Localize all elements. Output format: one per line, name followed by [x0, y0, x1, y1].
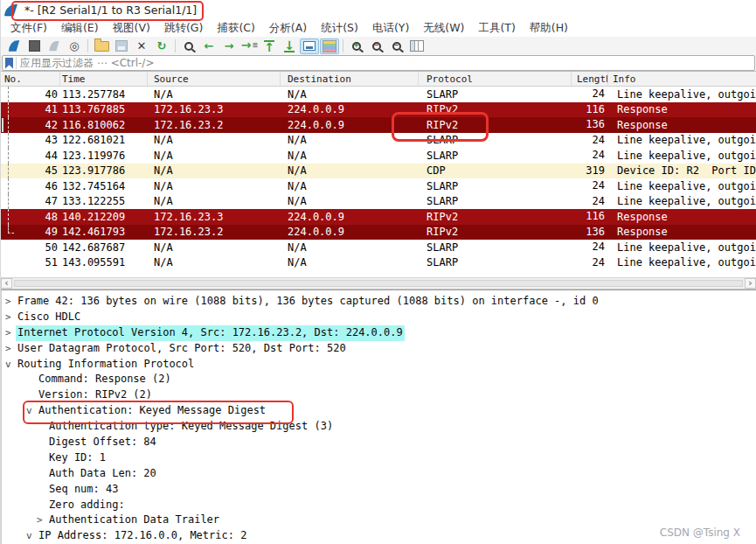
menu-item-10[interactable]: 帮助(H) [523, 19, 575, 38]
cell-protocol: SLARP [419, 241, 572, 254]
capture-options-icon[interactable]: ◎ [65, 38, 84, 54]
packet-row-50[interactable]: 50142.687687N/AN/ASLARP24Line keepalive,… [1, 240, 756, 255]
column-header-length[interactable]: Length [572, 72, 608, 86]
packet-row-49[interactable]: 49142.461793172.16.23.2224.0.0.9RIPv2136… [1, 225, 756, 241]
menu-item-6[interactable]: 统计(S) [314, 19, 365, 38]
menu-item-4[interactable]: 捕获(C) [210, 19, 261, 38]
menu-item-8[interactable]: 无线(W) [416, 19, 471, 38]
go-forward-icon[interactable]: → [219, 38, 239, 54]
detail-line-13[interactable]: Zero adding: [2, 498, 756, 513]
column-header-source[interactable]: Source [148, 72, 281, 86]
column-header-info[interactable]: Info [608, 72, 756, 86]
reload-capture-file-icon[interactable]: ↻ [152, 38, 171, 54]
go-to-packet-icon[interactable]: → [239, 38, 259, 54]
collapse-icon[interactable]: v [26, 403, 37, 419]
cell-time: 143.095591 [60, 256, 148, 269]
detail-line-2[interactable]: >Internet Protocol Version 4, Src: 172.1… [2, 325, 756, 341]
stop-capture-icon[interactable] [24, 38, 44, 54]
column-header-destination[interactable]: Destination [281, 72, 419, 86]
display-filter-box[interactable] [2, 55, 755, 71]
detail-line-6[interactable]: Version: RIPv2 (2) [2, 387, 756, 403]
scroll-right-icon[interactable]: › [745, 278, 756, 289]
detail-line-1[interactable]: >Cisco HDLC [2, 310, 756, 325]
menu-item-7[interactable]: 电话(Y) [365, 19, 416, 38]
packet-row-44[interactable]: 44123.119976N/AN/ASLARP24Line keepalive,… [1, 148, 756, 164]
zoom-out-icon[interactable] [367, 38, 386, 54]
detail-line-8[interactable]: Authentication type: Keyed Message Diges… [2, 419, 756, 435]
auto-scroll-icon[interactable] [300, 38, 319, 54]
zoom-reset-icon[interactable] [387, 38, 406, 54]
packet-row-48[interactable]: 48140.212209172.16.23.3224.0.0.9RIPv2116… [1, 209, 756, 225]
cell-info: Line keepalive, outgoi [608, 134, 756, 146]
go-back-icon[interactable]: ← [199, 38, 218, 54]
menu-item-9[interactable]: 工具(T) [471, 19, 522, 38]
detail-line-15[interactable]: vIP Address: 172.16.0.0, Metric: 2 [2, 528, 756, 544]
scroll-left-icon[interactable]: ‹ [1, 278, 12, 289]
packet-row-40[interactable]: 40113.257784N/AN/ASLARP24Line keepalive,… [1, 87, 756, 102]
menu-item-0[interactable]: 文件(F) [3, 19, 54, 38]
close-capture-file-icon[interactable]: ✕ [132, 38, 151, 54]
packet-list-header: No.TimeSourceDestinationProtocolLengthIn… [1, 72, 756, 87]
menu-item-5[interactable]: 分析(A) [262, 19, 314, 38]
detail-line-3[interactable]: >User Datagram Protocol, Src Port: 520, … [2, 341, 756, 357]
open-capture-file-icon[interactable] [92, 38, 111, 54]
detail-text: Seq num: 43 [47, 482, 120, 498]
cell-no: 45 [1, 164, 60, 177]
packet-row-43[interactable]: 43122.681021N/AN/ASLARP24Line keepalive,… [1, 133, 756, 149]
save-capture-file-icon[interactable] [112, 38, 131, 54]
detail-line-10[interactable]: Key ID: 1 [2, 450, 756, 466]
detail-text: Digest Offset: 84 [47, 435, 158, 450]
expand-icon[interactable]: > [5, 325, 16, 341]
detail-line-12[interactable]: Seq num: 43 [2, 482, 756, 498]
packet-row-45[interactable]: 45123.917786N/AN/ACDP319Device ID: R2 Po… [1, 164, 756, 179]
detail-line-14[interactable]: >Authentication Data Trailer [2, 513, 756, 528]
go-to-bottom-icon[interactable]: ↓ [280, 38, 299, 54]
detail-line-9[interactable]: Digest Offset: 84 [2, 435, 756, 450]
cell-protocol: CDP [419, 164, 572, 177]
menu-item-1[interactable]: 编辑(E) [54, 19, 106, 38]
find-packet-icon[interactable] [179, 38, 198, 54]
cell-info: Line keepalive, outgoi [608, 88, 756, 101]
cell-time: 123.119976 [60, 150, 148, 162]
collapse-icon[interactable]: v [5, 357, 16, 373]
packet-row-46[interactable]: 46132.745164N/AN/ASLARP24Line keepalive,… [1, 178, 756, 194]
column-header-no[interactable]: No. [1, 72, 60, 86]
cell-no: 50 [1, 241, 60, 254]
detail-line-4[interactable]: vRouting Information Protocol [2, 357, 756, 373]
start-capture-icon[interactable] [4, 38, 24, 54]
expand-icon[interactable]: > [5, 310, 16, 325]
packet-row-47[interactable]: 47133.122255N/AN/ASLARP24Line keepalive,… [1, 194, 756, 210]
detail-line-0[interactable]: >Frame 42: 136 bytes on wire (1088 bits)… [2, 294, 756, 310]
detail-line-11[interactable]: Auth Data Len: 20 [2, 466, 756, 482]
cell-source: N/A [148, 241, 281, 254]
expand-icon[interactable]: > [5, 294, 16, 310]
detail-text: Authentication type: Keyed Message Diges… [47, 419, 335, 435]
packet-list-hscrollbar[interactable]: ‹ › [1, 277, 756, 289]
go-to-top-icon[interactable]: ↑ [260, 38, 279, 54]
display-filter-input[interactable] [18, 56, 754, 70]
hscroll-thumb[interactable] [14, 280, 743, 287]
detail-text: Internet Protocol Version 4, Src: 172.16… [16, 325, 405, 341]
packet-row-42[interactable]: 42116.810062172.16.23.2224.0.0.9RIPv2136… [1, 117, 756, 133]
column-header-protocol[interactable]: Protocol [419, 72, 572, 86]
detail-line-7[interactable]: vAuthentication: Keyed Message Digest [2, 403, 756, 419]
resize-columns-icon[interactable] [407, 38, 427, 54]
detail-line-5[interactable]: Command: Response (2) [2, 372, 756, 387]
menu-item-3[interactable]: 跳转(G) [157, 19, 210, 38]
zoom-in-icon[interactable] [347, 38, 366, 54]
column-header-time[interactable]: Time [60, 72, 148, 86]
cell-info: Line keepalive, outgoi [608, 150, 756, 162]
cell-destination: N/A [281, 256, 419, 269]
expand-icon[interactable]: > [37, 513, 47, 528]
filter-separator [16, 57, 17, 69]
bookmark-icon[interactable] [5, 58, 13, 69]
restart-capture-icon[interactable] [45, 38, 64, 54]
collapse-icon[interactable]: v [26, 528, 37, 544]
conversation-line-end [8, 225, 14, 234]
packet-row-41[interactable]: 41113.767885172.16.23.3224.0.0.9RIPv2116… [1, 102, 756, 118]
colorize-packets-icon[interactable] [320, 38, 339, 54]
cell-source: N/A [148, 150, 281, 162]
expand-icon[interactable]: > [5, 341, 16, 357]
menu-item-2[interactable]: 视图(V) [106, 19, 157, 38]
packet-row-51[interactable]: 51143.095591N/AN/ASLARP24Line keepalive,… [1, 255, 756, 271]
